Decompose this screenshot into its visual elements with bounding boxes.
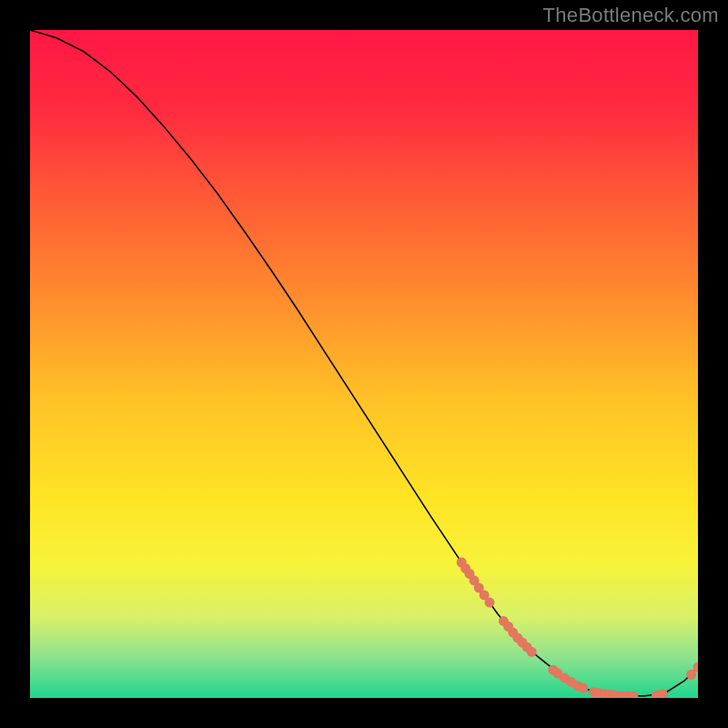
highlight-point [578, 682, 588, 693]
gradient-background [30, 30, 698, 698]
plot-area [30, 30, 698, 698]
chart-container: TheBottleneck.com [0, 0, 728, 728]
highlight-point [527, 647, 537, 657]
highlight-point [484, 598, 494, 608]
attribution-text: TheBottleneck.com [543, 4, 719, 27]
chart-svg [30, 30, 698, 698]
